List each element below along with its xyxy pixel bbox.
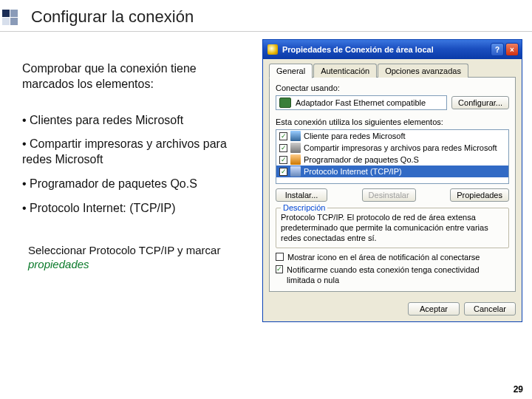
list-item[interactable]: ✓ Programador de paquetes Qo.S — [276, 154, 508, 166]
help-button[interactable]: ? — [491, 43, 504, 56]
properties-button[interactable]: Propiedades — [450, 188, 509, 202]
connect-using-label: Conectar usando: — [276, 83, 509, 92]
bullet-tcpip: • Protocolo Internet: (TCP/IP) — [22, 201, 248, 216]
slide-title: Configurar la conexión — [31, 7, 194, 27]
share-icon — [290, 143, 301, 153]
list-item[interactable]: ✓ Cliente para redes Microsoft — [276, 130, 508, 142]
tcpip-icon — [290, 166, 301, 177]
description-legend: Descripción — [281, 203, 327, 212]
qos-icon — [290, 154, 301, 165]
bullet-clients: • Clientes para redes Microsoft — [22, 113, 248, 129]
checkbox-icon[interactable]: ✓ — [279, 144, 287, 152]
checkbox-icon[interactable] — [276, 253, 284, 261]
ok-button[interactable]: Aceptar — [408, 302, 460, 316]
checkbox-icon[interactable]: ✓ — [279, 156, 287, 164]
tab-strip: General Autenticación Opciones avanzadas — [269, 64, 516, 78]
instruction-note: Seleccionar Protocolo TCP/IP y marcar pr… — [22, 243, 248, 272]
slide-header: Configurar la conexión — [0, 0, 532, 32]
client-icon — [290, 131, 301, 141]
header-decoration — [0, 10, 24, 25]
page-number: 29 — [514, 384, 523, 395]
bullet-qos: • Programador de paquetes Qo.S — [22, 177, 248, 192]
list-item[interactable]: ✓ Compartir impresoras y archivos para r… — [276, 142, 508, 154]
cancel-button[interactable]: Cancelar — [464, 302, 516, 316]
bullet-share: • Compartir impresoras y archivos para r… — [22, 137, 248, 168]
checkbox-icon[interactable]: ✓ — [276, 265, 283, 273]
notify-limited-option[interactable]: ✓ Notificarme cuando esta conexión tenga… — [276, 265, 509, 284]
uninstall-button: Desinstalar — [362, 188, 416, 202]
elements-label: Esta conexión utiliza los siguientes ele… — [276, 117, 509, 126]
close-button[interactable]: × — [505, 43, 519, 56]
nic-icon — [279, 98, 291, 108]
adapter-field[interactable]: Adaptador Fast Ethernet compatible — [276, 95, 447, 110]
adapter-name: Adaptador Fast Ethernet compatible — [296, 98, 426, 107]
window-title: Propiedades de Conexión de área local — [282, 45, 489, 54]
connection-icon — [267, 44, 278, 55]
elements-listbox[interactable]: ✓ Cliente para redes Microsoft ✓ Compart… — [276, 129, 509, 184]
tab-authentication[interactable]: Autenticación — [313, 64, 377, 78]
checkbox-icon[interactable]: ✓ — [279, 168, 287, 176]
checkbox-icon[interactable]: ✓ — [279, 132, 287, 140]
slide-body-text: Comprobar que la conexión tiene marcados… — [0, 32, 262, 391]
list-item-selected[interactable]: ✓ Protocolo Internet (TCP/IP) — [276, 166, 508, 177]
configure-button[interactable]: Configurar... — [451, 96, 509, 109]
tab-general[interactable]: General — [269, 64, 313, 78]
intro-text: Comprobar que la conexión tiene marcados… — [22, 61, 248, 92]
description-text: Protocolo TCP/IP. El protocolo de red de… — [281, 213, 504, 243]
titlebar[interactable]: Propiedades de Conexión de área local ? … — [263, 40, 522, 59]
description-group: Descripción Protocolo TCP/IP. El protoco… — [276, 208, 509, 248]
properties-dialog: Propiedades de Conexión de área local ? … — [262, 39, 522, 322]
install-button[interactable]: Instalar... — [276, 188, 327, 202]
tab-advanced[interactable]: Opciones avanzadas — [378, 64, 468, 78]
show-tray-option[interactable]: Mostrar icono en el área de notificación… — [276, 253, 509, 262]
